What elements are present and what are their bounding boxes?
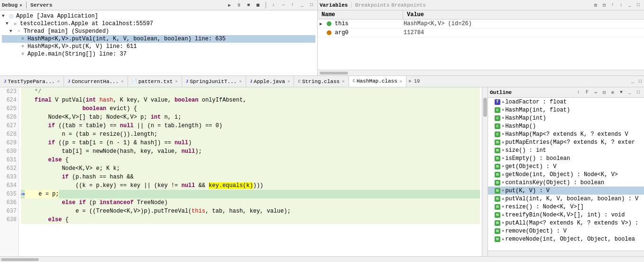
tab-spring[interactable]: J SpringJunitT... ✕	[182, 76, 246, 87]
editor-scrollbar-h[interactable]	[0, 256, 644, 262]
step-over-button[interactable]: →	[279, 1, 287, 9]
scrollbar-v-thumb	[483, 98, 487, 117]
outline-text-treeifybin: treeifyBin(Node<K,V>[], int) : void	[505, 212, 625, 218]
outline-item-ctor3[interactable]: c ● HashMap()	[488, 122, 644, 130]
outline-max-btn[interactable]: □	[635, 89, 642, 96]
tab-close-hashmap[interactable]: ✕	[400, 79, 402, 84]
outline-min-btn[interactable]: _	[626, 89, 634, 96]
outline-title: Outline	[490, 90, 512, 95]
outline-link-btn[interactable]: ⇔	[592, 89, 599, 96]
breakpoints-label-text[interactable]: Breakpoints	[391, 2, 426, 8]
outline-filter-btn[interactable]: ⊕	[609, 89, 616, 96]
outline-settings-btn[interactable]: ▼	[617, 89, 625, 96]
outline-item-size[interactable]: m ● size() : int	[488, 146, 644, 154]
outline-icon-putmapentries: m	[495, 140, 500, 145]
var-row-arg0[interactable]: arg0 112784	[318, 28, 644, 37]
tree-item-app[interactable]: ▼ ⬡ Apple [Java Application]	[2, 12, 315, 20]
outline-text-size: size() : int	[505, 147, 546, 154]
step-into-button[interactable]: ↓	[270, 1, 277, 9]
thread-icon: ≡	[15, 28, 23, 35]
tree-item-process[interactable]: ▼ ⚙ testcollection.Apple at localhost:55…	[2, 20, 315, 28]
outline-item-removenode[interactable]: m ▲ removeNode(int, Object, Object, bool…	[488, 235, 644, 243]
outline-icon-ctor1: c	[495, 107, 500, 113]
minimize-button[interactable]: _	[298, 1, 306, 9]
var-row-this[interactable]: ▶ this HashMap<K,V> (id=26)	[318, 19, 644, 28]
tree-item-frame1[interactable]: ≡ HashMap<K,V>.putVal(int, K, V, boolean…	[2, 35, 315, 43]
code-line-626: Node<K,V>[] tab; Node<K,V> p; int n, i;	[21, 113, 480, 122]
breakpoints-tab-label[interactable]: Breakpoints	[355, 2, 390, 8]
vars-tool1[interactable]: ⊞	[592, 1, 599, 9]
outline-icon-ctor4: c	[495, 131, 500, 137]
tab-close-apple[interactable]: ✕	[287, 79, 290, 84]
tab-testtype[interactable]: J TestTypePara... ✕	[0, 76, 64, 87]
vars-tab-label[interactable]: Variables	[320, 2, 348, 8]
outline-hide-fields-btn[interactable]: F	[583, 89, 591, 96]
tab-close-testtype[interactable]: ✕	[57, 79, 59, 84]
expand-this[interactable]: ▶	[318, 21, 325, 27]
outline-item-ctor1[interactable]: c ● HashMap(int, float)	[488, 106, 644, 114]
tree-item-frame2[interactable]: ≡ HashMap<K,V>.put(K, V) line: 611	[2, 43, 315, 50]
vars-scrollbar-h[interactable]	[318, 70, 644, 75]
outline-item-treeifybin[interactable]: m ▲ treeifyBin(Node<K,V>[], int) : void	[488, 211, 644, 219]
tree-item-frame3[interactable]: ≡ Apple.main(String[]) line: 37	[2, 50, 315, 58]
code-line-623: */	[21, 87, 480, 96]
step-return-button[interactable]: ↑	[289, 1, 296, 9]
vars-maximize[interactable]: □	[635, 1, 642, 9]
outline-text-remove: remove(Object) : V	[505, 228, 567, 234]
outline-item-resize[interactable]: m ● resize() : Node<K, V>[]	[488, 203, 644, 211]
terminate-button[interactable]: ■	[245, 1, 252, 9]
outline-item-putmapentries[interactable]: m ▲ putMapEntries(Map<? extends K, ? ext…	[488, 138, 644, 146]
debug-title: Debug	[2, 2, 18, 8]
process-label: testcollection.Apple at localhost:55597	[20, 20, 153, 27]
toolbar-separator	[26, 2, 27, 9]
app-icon: ⬡	[8, 13, 15, 19]
tree-item-thread[interactable]: ▼ ≡ Thread [main] (Suspended)	[2, 28, 315, 35]
maximize-button[interactable]: □	[308, 1, 315, 9]
editor-max[interactable]: □	[636, 78, 644, 85]
outline-sort-btn[interactable]: ↕	[575, 89, 582, 96]
tab-string[interactable]: C String.class ✕	[294, 76, 349, 87]
code-line-628: n = (tab = resize()).length;	[21, 130, 480, 139]
editor-min[interactable]: _	[629, 78, 636, 85]
outline-item-containskey[interactable]: m ● containsKey(Object) : boolean	[488, 178, 644, 187]
outline-text-isempty: isEmpty() : boolean	[505, 155, 570, 162]
vars-minimize[interactable]: _	[626, 1, 634, 9]
outline-item-loadfactor[interactable]: f ▲ loadFactor : float	[488, 98, 644, 106]
outline-item-putval[interactable]: m ▲ putVal(int, K, V, boolean, boolean) …	[488, 195, 644, 203]
vars-tool3[interactable]: ↑	[609, 1, 616, 9]
tab-close-pattern[interactable]: ✕	[175, 79, 177, 84]
outline-item-getnode[interactable]: m ▲ getNode(int, Object) : Node<K, V>	[488, 170, 644, 178]
code-623-text: */	[21, 87, 41, 96]
code-634-text: ((k = p.key) == key || (key != null && k…	[21, 181, 263, 190]
tab-apple[interactable]: J Apple.java ✕	[246, 76, 294, 87]
disconnect-button[interactable]: ⏹	[254, 1, 262, 9]
overflow-tabs[interactable]: » 19	[406, 79, 422, 84]
code-area[interactable]: */ final V putVal(int hash, K key, V val…	[19, 87, 482, 256]
tab-hashmap[interactable]: C HashMap.class ✕	[349, 76, 407, 87]
editor-scrollbar-v[interactable]	[482, 87, 488, 256]
tab-icon-testtype: J	[4, 79, 6, 84]
outline-item-isempty[interactable]: m ● isEmpty() : boolean	[488, 154, 644, 162]
vars-tool2[interactable]: ⊟	[600, 1, 608, 9]
code-line-632: Node<K,V> e; K k;	[21, 164, 480, 173]
suspend-button[interactable]: ⏸	[235, 1, 243, 9]
resume-button[interactable]: ▶	[226, 1, 233, 9]
outline-scrollbar-h[interactable]	[488, 251, 644, 256]
outline-item-remove[interactable]: m ● remove(Object) : V	[488, 227, 644, 235]
tab-pattern[interactable]: 📄 pattern.txt ✕	[128, 76, 182, 87]
tab-concurrent[interactable]: J ConcurrentHa... ✕	[64, 76, 128, 87]
outline-item-ctor4[interactable]: c ● HashMap(Map<? extends K, ? extends V	[488, 130, 644, 138]
vars-tab-sep: |	[350, 2, 353, 9]
outline-item-putall[interactable]: m ● putAll(Map<? extends K, ? extends V>…	[488, 219, 644, 227]
vars-tool4[interactable]: ↓	[617, 1, 625, 9]
outline-item-get[interactable]: m ● get(Object) : V	[488, 162, 644, 170]
outline-collapse-btn[interactable]: ⊟	[600, 89, 608, 96]
ln-627: 627	[2, 122, 17, 130]
outline-item-put[interactable]: m ● put(K, V) : V	[488, 187, 644, 195]
tab-close-spring[interactable]: ✕	[239, 79, 241, 84]
tab-close-concurrent[interactable]: ✕	[121, 79, 123, 84]
outline-text-resize: resize() : Node<K, V>[]	[505, 204, 584, 210]
code-line-634: ((k = p.key) == key || (key != null && k…	[21, 181, 480, 190]
outline-item-ctor2[interactable]: c ● HashMap(int)	[488, 114, 644, 122]
tab-close-string[interactable]: ✕	[342, 79, 344, 84]
